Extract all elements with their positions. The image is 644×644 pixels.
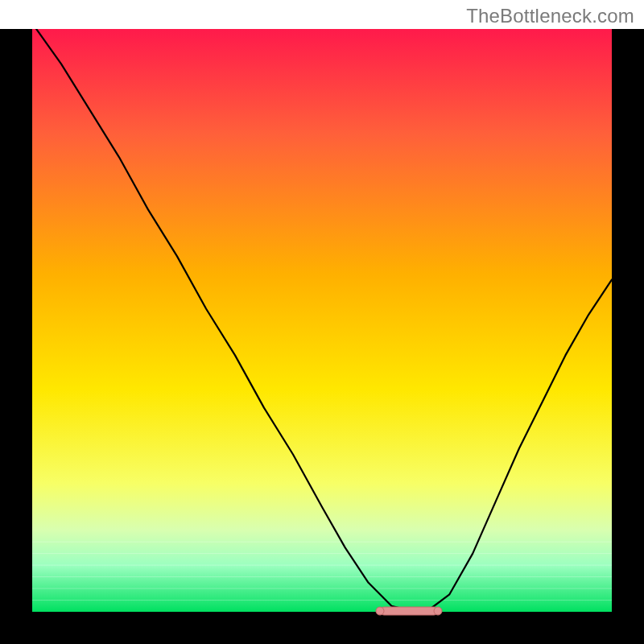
- svg-point-12: [434, 607, 442, 615]
- svg-rect-10: [380, 607, 438, 615]
- chart-container: TheBottleneck.com: [0, 0, 644, 644]
- watermark-text: TheBottleneck.com: [466, 5, 634, 27]
- bottleneck-curve-chart: [0, 29, 644, 644]
- svg-point-11: [376, 607, 384, 615]
- svg-rect-3: [32, 29, 612, 612]
- svg-rect-2: [0, 612, 644, 644]
- svg-rect-0: [0, 29, 32, 644]
- svg-rect-1: [612, 29, 644, 644]
- plot-area: [0, 29, 644, 644]
